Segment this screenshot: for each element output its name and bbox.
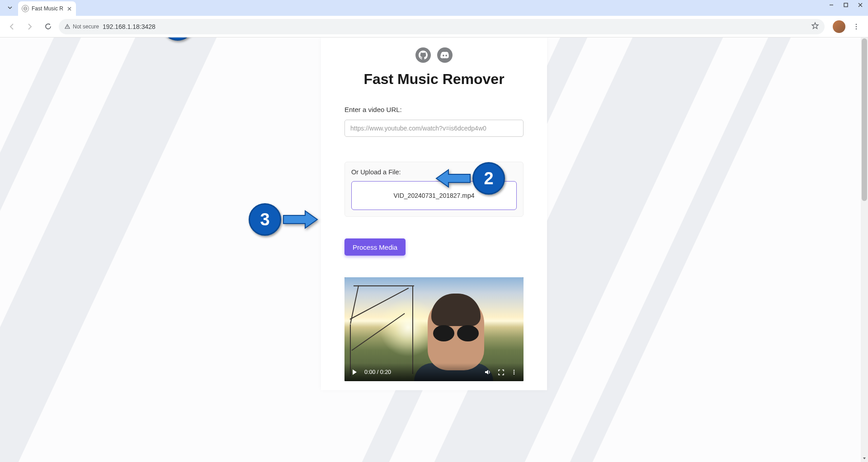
process-button[interactable]: Process Media: [344, 238, 406, 256]
minimize-button[interactable]: [828, 2, 835, 8]
svg-point-14: [514, 370, 515, 371]
scroll-down-button[interactable]: [861, 455, 868, 462]
close-tab-button[interactable]: [66, 5, 72, 12]
browser-menu-button[interactable]: [849, 19, 863, 34]
discord-icon: [440, 51, 449, 60]
annotation-2: 2: [434, 162, 505, 195]
svg-point-16: [514, 373, 515, 375]
video-menu-button[interactable]: [511, 369, 517, 375]
github-icon: [419, 51, 428, 60]
svg-point-12: [856, 26, 857, 27]
tabs-menu-button[interactable]: [4, 1, 16, 14]
video-controls: 0:00 / 0:20: [344, 363, 524, 381]
profile-button[interactable]: [833, 20, 845, 33]
security-indicator[interactable]: Not secure: [64, 23, 99, 30]
page-title: Fast Music Remover: [321, 71, 547, 88]
discord-link[interactable]: [437, 47, 453, 63]
close-window-button[interactable]: [857, 2, 863, 8]
back-button[interactable]: [5, 19, 19, 34]
forward-button[interactable]: [23, 19, 37, 34]
play-button[interactable]: [351, 369, 358, 376]
annotation-3: 3: [249, 203, 320, 236]
url-input[interactable]: [344, 120, 524, 137]
url-text: 192.168.1.18:3428: [103, 23, 807, 30]
scrollbar-thumb[interactable]: [862, 38, 867, 201]
svg-point-15: [514, 372, 515, 373]
reload-button[interactable]: [41, 19, 55, 34]
video-time: 0:00 / 0:20: [364, 369, 391, 375]
warning-icon: [64, 23, 71, 30]
browser-toolbar: Not secure 192.168.1.18:3428: [0, 16, 868, 37]
svg-point-13: [856, 28, 857, 29]
address-bar[interactable]: Not secure 192.168.1.18:3428: [59, 19, 825, 34]
maximize-button[interactable]: [843, 2, 849, 8]
svg-rect-1: [844, 3, 848, 7]
globe-icon: [22, 5, 29, 12]
browser-tab[interactable]: Fast Music R: [18, 1, 76, 16]
fullscreen-button[interactable]: [498, 369, 505, 376]
annotation-1: 1: [123, 37, 194, 41]
tab-strip: Fast Music R: [0, 0, 868, 16]
svg-point-10: [67, 27, 67, 28]
volume-button[interactable]: [484, 369, 491, 376]
tab-title: Fast Music R: [32, 5, 63, 12]
github-link[interactable]: [415, 47, 431, 63]
main-card: Fast Music Remover Enter a video URL: Or…: [321, 37, 547, 390]
page-viewport: Fast Music Remover Enter a video URL: Or…: [0, 37, 868, 462]
bookmark-button[interactable]: [811, 22, 819, 31]
svg-point-11: [856, 23, 857, 25]
security-label: Not secure: [73, 23, 99, 30]
video-player[interactable]: 0:00 / 0:20: [344, 277, 524, 381]
url-input-label: Enter a video URL:: [344, 106, 524, 113]
scrollbar[interactable]: [861, 37, 868, 462]
